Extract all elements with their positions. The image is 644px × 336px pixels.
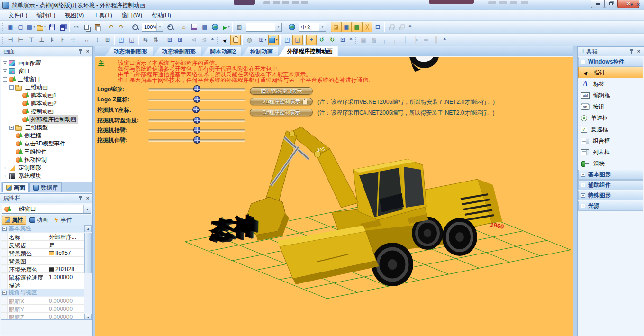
property-value[interactable]	[47, 281, 85, 289]
run-button[interactable]: ▼	[220, 22, 231, 32]
property-category[interactable]: −基本属性	[1, 225, 85, 233]
toolbox-group-collapsed[interactable]: +基本图形	[578, 170, 643, 180]
same-width-button[interactable]: ↔	[82, 35, 92, 45]
property-value[interactable]: 0.000000	[47, 305, 85, 312]
publish-web-button[interactable]	[210, 22, 220, 32]
tree-expander-icon[interactable]: +	[3, 166, 7, 170]
toggle-properties-panel-button[interactable]: ▣	[341, 22, 352, 32]
toolbar-overflow-chevron[interactable]: ▾▔	[442, 35, 448, 45]
menu-item[interactable]: 窗口(W)	[117, 10, 147, 20]
tree-item[interactable]: +系统模块	[1, 172, 92, 180]
toolbox-item-edit[interactable]: 编辑框	[578, 90, 643, 101]
demo-button[interactable]: C#程序控制演示	[250, 109, 313, 116]
align-top-button[interactable]: ⊤	[26, 35, 36, 45]
tree-item[interactable]: 三维控件	[1, 148, 92, 156]
document-tab[interactable]: 动态增删图形	[154, 47, 201, 56]
close-panel-icon[interactable]: ×	[636, 49, 642, 54]
restore-button[interactable]	[604, 0, 618, 8]
tree-item[interactable]: -三维动画	[1, 83, 92, 91]
open-button[interactable]: ▼	[36, 22, 47, 32]
pan-hand-button[interactable]	[230, 35, 241, 45]
zoom-region-button[interactable]: ⊡	[337, 35, 348, 45]
bring-front-button[interactable]: ◰	[116, 35, 127, 45]
menu-item[interactable]: 工具(T)	[89, 10, 117, 20]
forms-list-button[interactable]: ▤	[200, 22, 210, 32]
property-tab[interactable]: ϟ事件	[51, 216, 74, 225]
rotate-cw-button[interactable]: ↻	[327, 35, 337, 45]
panel-tab-active[interactable]: 画面	[2, 182, 29, 192]
menu-item[interactable]: 帮助(H)	[147, 10, 176, 20]
toolbox-item-pointer[interactable]: 指针	[578, 67, 643, 78]
new-screen-button[interactable]: ▣	[5, 22, 16, 32]
space-vertical-button[interactable]: ⇅	[151, 35, 161, 45]
toolbox-item-check[interactable]: 复选框	[578, 124, 643, 135]
document-tab[interactable]: 动态增删图形	[105, 47, 153, 56]
document-tab[interactable]: 外部程序控制动画	[279, 46, 338, 56]
minimize-button[interactable]	[591, 0, 605, 8]
undo-button[interactable]: ↶	[106, 22, 116, 32]
expander-icon[interactable]: −	[581, 60, 585, 64]
menu-item[interactable]: 编辑(E)	[32, 10, 60, 20]
property-row[interactable]: 鼠标滚轮速度1.000000	[1, 273, 85, 281]
toggle-edit-mode-button[interactable]: ▤	[352, 22, 362, 32]
tree-item[interactable]: +画面配置	[1, 59, 92, 67]
tree-expander-icon[interactable]: +	[3, 61, 7, 65]
slider-thumb[interactable]	[193, 117, 200, 124]
property-row[interactable]: 描述	[1, 281, 85, 289]
property-row[interactable]: 背景颜色ffc057	[1, 249, 85, 257]
same-size-button[interactable]: ⊞	[102, 35, 113, 45]
toolbox-item-slider[interactable]: 滑块	[578, 158, 643, 169]
tree-item[interactable]: +三维模型	[1, 124, 92, 132]
collapse-icon[interactable]: −	[2, 227, 7, 231]
scroll-up-icon[interactable]: ▲	[84, 225, 92, 232]
tree-item[interactable]: 外部程序控制动画	[1, 116, 92, 124]
language-globe-icon[interactable]	[287, 22, 297, 32]
paste-button[interactable]	[92, 22, 102, 32]
copy-button[interactable]	[82, 22, 92, 32]
tree-item[interactable]: 拖动控制	[1, 156, 92, 164]
select-pointer-button[interactable]	[220, 35, 230, 45]
pin-icon[interactable]	[78, 196, 83, 201]
toolbox-group-collapsed[interactable]: +辅助组件	[578, 180, 643, 190]
zoom-select[interactable]: 100%▼	[142, 23, 163, 32]
tree-expander-icon[interactable]: -	[9, 85, 14, 90]
view-layout-button[interactable]: ⊞▼	[258, 35, 268, 45]
slider-thumb[interactable]	[193, 96, 200, 103]
cut-button[interactable]: ✂	[71, 22, 82, 32]
property-row[interactable]: 眼睛X0.000000	[1, 297, 85, 305]
slider-thumb[interactable]	[193, 127, 200, 134]
send-back-button[interactable]: ◱	[127, 35, 137, 45]
toolbox-item-list[interactable]: 列表框	[578, 146, 643, 158]
document-tab[interactable]: 脚本动画2	[202, 47, 241, 56]
rotate-ccw-button[interactable]: ↺	[317, 35, 327, 45]
new-item-button[interactable]: ▤▼	[26, 22, 36, 32]
property-tab[interactable]: 动画	[27, 216, 50, 225]
toolbox-item-label[interactable]: 标签	[578, 78, 643, 90]
menu-item[interactable]: 视图(V)	[60, 10, 89, 20]
toolbar-overflow-chevron[interactable]: ▾▔	[407, 22, 413, 32]
toolbox-item-combo[interactable]: 组合框	[578, 135, 643, 146]
slider-thumb[interactable]	[193, 136, 200, 144]
excavator-model[interactable]: 1960 JAS	[245, 127, 505, 286]
tree-item[interactable]: +窗口	[1, 67, 92, 75]
wireframe-view-button[interactable]: ◍	[244, 35, 254, 45]
cascade-windows-button[interactable]: ⊟	[372, 22, 383, 32]
property-value[interactable]: ffc057	[47, 249, 85, 256]
language-select[interactable]: 中文▼	[299, 23, 326, 32]
tree-item[interactable]: -三维窗口	[1, 75, 92, 83]
zoom-in-button[interactable]: +	[165, 22, 175, 32]
tab-close-icon[interactable]: ✕	[636, 2, 640, 7]
toolbox-group-collapsed[interactable]: +特殊图形	[578, 191, 643, 200]
align-right-button[interactable]: ⊢	[16, 35, 26, 45]
property-tab[interactable]: 属性	[2, 216, 26, 225]
toolbox-item-radio[interactable]: 单选框	[578, 112, 643, 124]
toolbox-group-collapsed[interactable]: +光源	[578, 201, 643, 211]
property-row[interactable]: 环境光颜色282828	[1, 265, 85, 273]
expander-icon[interactable]: +	[581, 204, 585, 208]
perspective-b-button[interactable]: ◲	[292, 35, 303, 45]
toolbox-item-button[interactable]: 按钮	[578, 101, 643, 112]
property-value[interactable]: 外部程序...	[47, 233, 85, 240]
save-all-button[interactable]	[57, 22, 68, 32]
package-button[interactable]: ▧	[234, 22, 245, 32]
new-file-button[interactable]: ▢	[16, 22, 26, 32]
